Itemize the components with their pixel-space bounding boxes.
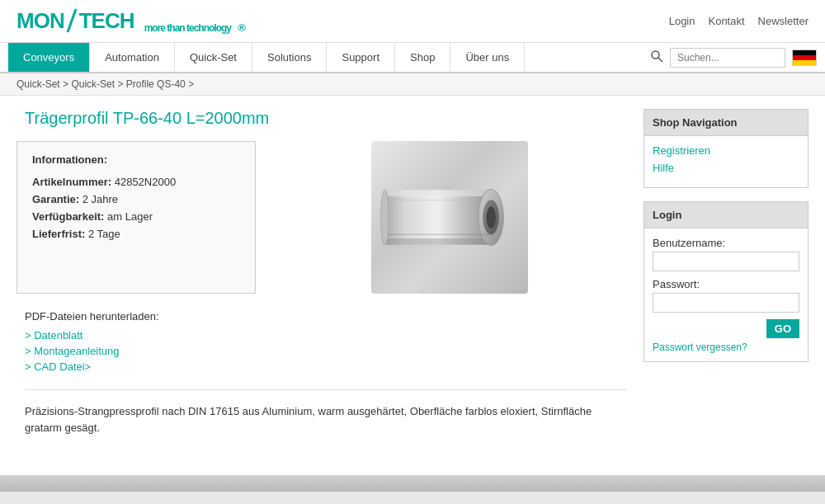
go-button[interactable]: GO	[766, 319, 799, 338]
search-input[interactable]	[670, 48, 785, 68]
info-box: Informationen: Artikelnummer: 42852N2000…	[16, 141, 256, 294]
breadcrumb-profile[interactable]: Profile QS-40	[126, 78, 186, 90]
datenblatt-link[interactable]: > Datenblatt	[25, 329, 627, 341]
svg-point-1	[652, 51, 659, 59]
svg-line-2	[658, 58, 662, 62]
lieferfrist-value-text: 2 Tage	[88, 228, 120, 240]
shop-nav-box: Shop Navigation Registrieren Hilfe	[644, 109, 808, 188]
pdf-heading: PDF-Dateien herunterladen:	[25, 310, 627, 323]
main-content: Trägerprofil TP-66-40 L=2000mm Informati…	[0, 96, 825, 475]
login-link[interactable]: Login	[669, 15, 695, 27]
nav-item-ueber[interactable]: Über uns	[450, 43, 525, 72]
lieferfrist-label: Lieferfrist:	[32, 228, 85, 240]
artikel-label: Artikelnummer:	[32, 176, 111, 188]
breadcrumb-quickset2[interactable]: Quick-Set	[71, 78, 115, 90]
product-img-box	[371, 141, 528, 294]
svg-rect-3	[383, 190, 493, 244]
forgot-password-link[interactable]: Passwort vergessen?	[653, 338, 799, 353]
nav-item-shop[interactable]: Shop	[395, 43, 450, 72]
breadcrumb: Quick-Set > Quick-Set > Profile QS-40 >	[0, 73, 825, 96]
svg-line-0	[68, 9, 76, 32]
product-content: Trägerprofil TP-66-40 L=2000mm Informati…	[16, 109, 627, 462]
flag-icon[interactable]	[792, 49, 817, 66]
header-links: Login Kontakt Newsletter	[669, 15, 808, 27]
breadcrumb-sep1: >	[63, 78, 71, 90]
breadcrumb-sep2: >	[117, 78, 125, 90]
nav-item-quickset[interactable]: Quick-Set	[175, 43, 252, 72]
svg-rect-4	[383, 190, 493, 196]
verfuegbarkeit-value-text: am Lager	[107, 210, 153, 223]
footer	[0, 475, 825, 492]
shop-nav-title: Shop Navigation	[644, 110, 808, 136]
breadcrumb-quickset1[interactable]: Quick-Set	[16, 78, 60, 90]
search-icon[interactable]	[644, 43, 670, 72]
artikel-value-text: 42852N2000	[115, 176, 176, 188]
breadcrumb-sep3: >	[188, 78, 194, 90]
logo-tagline: more than technology	[144, 22, 231, 34]
passwort-label: Passwort:	[653, 278, 799, 290]
nav-item-conveyors[interactable]: Conveyors	[8, 43, 90, 72]
cad-link[interactable]: > CAD Datei>	[25, 360, 627, 373]
info-heading: Informationen:	[32, 153, 240, 166]
downloads-section: PDF-Dateien herunterladen: > Datenblatt …	[25, 310, 627, 373]
nav-item-automation[interactable]: Automation	[90, 43, 175, 72]
svg-rect-5	[383, 238, 493, 245]
svg-point-11	[381, 190, 389, 244]
login-form: Benutzername: Passwort: GO Passwort verg…	[644, 228, 808, 361]
main-nav: Conveyors Automation Quick-Set Solutions…	[0, 43, 825, 73]
logo: MON TECH more than technology ®	[16, 8, 245, 34]
hilfe-link[interactable]: Hilfe	[653, 162, 799, 174]
benutzername-input[interactable]	[653, 252, 799, 271]
svg-point-8	[487, 206, 496, 228]
registrieren-link[interactable]: Registrieren	[653, 144, 799, 157]
newsletter-link[interactable]: Newsletter	[758, 15, 808, 27]
lieferfrist-row: Lieferfrist: 2 Tage	[32, 228, 240, 240]
shop-nav-links: Registrieren Hilfe	[644, 136, 808, 187]
logo-text: MON TECH more than technology ®	[16, 8, 245, 34]
garantie-label: Garantie:	[32, 193, 79, 205]
login-box: Login Benutzername: Passwort: GO Passwor…	[644, 201, 808, 362]
product-title: Trägerprofil TP-66-40 L=2000mm	[25, 109, 627, 128]
product-image	[272, 141, 627, 294]
nav-item-support[interactable]: Support	[327, 43, 395, 72]
garantie-row: Garantie: 2 Jahre	[32, 193, 240, 205]
verfuegbarkeit-row: Verfügbarkeit: am Lager	[32, 210, 240, 223]
verfuegbarkeit-label: Verfügbarkeit:	[32, 210, 104, 223]
sidebar: Shop Navigation Registrieren Hilfe Login…	[644, 109, 808, 462]
nav-item-solutions[interactable]: Solutions	[252, 43, 327, 72]
search-area	[644, 43, 817, 72]
product-description: Präzisions-Strangpressprofil nach DIN 17…	[25, 389, 627, 436]
header: MON TECH more than technology ® Login Ko…	[0, 0, 825, 43]
login-title: Login	[644, 202, 808, 228]
garantie-value-text: 2 Jahre	[82, 193, 118, 205]
product-area: Informationen: Artikelnummer: 42852N2000…	[16, 141, 627, 294]
artikel-row: Artikelnummer: 42852N2000	[32, 176, 240, 188]
passwort-input[interactable]	[653, 293, 799, 313]
kontakt-link[interactable]: Kontakt	[708, 15, 744, 27]
montage-link[interactable]: > Montageanleitung	[25, 345, 627, 357]
benutzername-label: Benutzername:	[653, 237, 799, 249]
